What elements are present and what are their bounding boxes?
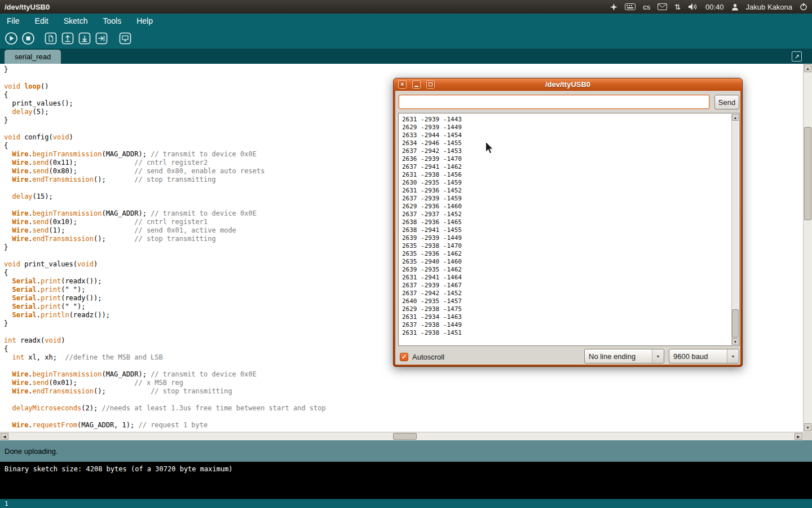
active-window-title: /dev/ttyUSB0 [5,3,50,11]
clock[interactable]: 00:40 [705,3,724,11]
scroll-down-arrow-icon[interactable]: ▼ [732,338,739,345]
keyboard-layout-icon[interactable] [625,3,636,10]
toolbar [0,28,812,49]
horizontal-scrollbar-thumb[interactable] [393,433,417,440]
status-message: Done uploading. [5,447,58,456]
status-bar: Done uploading. [0,440,812,462]
scrollbar-corner [803,432,812,440]
stop-button[interactable] [21,32,35,45]
autoscroll-label: Autoscroll [412,353,444,361]
maximize-icon [429,82,433,86]
serial-scrollbar[interactable]: ▲ ▼ [731,114,739,345]
mouse-cursor [485,141,494,155]
menu-edit[interactable]: Edit [35,16,48,25]
serial-send-input[interactable] [399,95,709,109]
console-output: Binary sketch size: 4208 bytes (of a 307… [0,462,812,499]
verify-button[interactable] [5,32,18,45]
chevron-down-icon: ▼ [652,349,664,363]
volume-icon[interactable] [688,3,698,11]
serial-scrollbar-thumb[interactable] [732,309,739,338]
send-button[interactable]: Send [714,95,739,110]
autoscroll-checkbox[interactable]: ✓ [400,353,408,361]
serial-output: 2631 -2939 -14432629 -2939 -14492633 -29… [399,114,731,345]
menu-sketch[interactable]: Sketch [64,16,88,25]
minimize-icon [414,86,418,87]
system-tray: cs ⇅ 00:40 Jakub Kakona [610,3,807,11]
menu-file[interactable]: File [7,16,20,25]
keyboard-layout-label[interactable]: cs [643,3,650,11]
tab-label: serial_read [15,52,51,61]
line-ending-select[interactable]: No line ending ▼ [584,349,664,364]
close-button[interactable]: × [398,80,407,89]
indicator-applet-icon[interactable] [610,3,617,11]
scroll-up-arrow-icon[interactable]: ▲ [732,114,739,121]
serial-monitor-window: × /dev/ttyUSB0 Send 2631 -2939 -14432629… [393,78,743,367]
close-icon: × [401,82,404,87]
serial-monitor-title: /dev/ttyUSB0 [394,80,742,89]
baud-rate-select[interactable]: 9600 baud ▼ [669,349,739,364]
scroll-up-arrow-icon[interactable]: ▲ [804,64,811,72]
editor-horizontal-scrollbar[interactable]: ◀ ▶ [0,432,803,440]
tab-serial-read[interactable]: serial_read [5,50,61,64]
mail-icon[interactable] [657,3,667,10]
serial-monitor-button[interactable] [118,32,132,45]
minimize-button[interactable] [412,80,421,89]
power-icon[interactable] [800,3,807,11]
upload-button[interactable] [95,32,108,45]
check-icon: ✓ [401,353,407,361]
scroll-left-arrow-icon[interactable]: ◀ [1,433,8,440]
session-user-name[interactable]: Jakub Kakona [746,3,792,11]
serial-monitor-titlebar[interactable]: × /dev/ttyUSB0 [394,78,742,91]
serial-output-area[interactable]: 2631 -2939 -14432629 -2939 -14492633 -29… [398,113,740,346]
current-line-number: 1 [5,500,8,507]
tab-bar: serial_read ↗ [0,49,812,64]
user-icon [731,3,739,11]
line-number-bar: 1 [0,499,812,508]
tab-menu-icon: ↗ [794,53,799,60]
menu-tools[interactable]: Tools [103,16,122,25]
baud-rate-value: 9600 baud [669,352,727,361]
new-sketch-button[interactable] [44,32,58,45]
system-top-bar: /dev/ttyUSB0 cs ⇅ 00:40 Jakub Kakona [0,0,812,14]
console-text: Binary sketch size: 4208 bytes (of a 307… [5,465,233,473]
scroll-right-arrow-icon[interactable]: ▶ [795,433,802,440]
tab-menu-button[interactable]: ↗ [792,51,802,62]
open-sketch-button[interactable] [61,32,74,45]
menu-help[interactable]: Help [136,16,153,25]
save-sketch-button[interactable] [78,32,91,45]
line-ending-value: No line ending [585,352,652,361]
menu-bar: File Edit Sketch Tools Help [0,14,812,28]
editor-vertical-scrollbar[interactable]: ▲ ▼ [803,64,812,432]
scroll-down-arrow-icon[interactable]: ▼ [804,423,811,431]
vertical-scrollbar-thumb[interactable] [804,127,811,220]
maximize-button[interactable] [426,80,435,89]
sync-arrows-icon[interactable]: ⇅ [674,3,681,11]
chevron-down-icon: ▼ [727,349,739,363]
screen: /dev/ttyUSB0 cs ⇅ 00:40 Jakub Kakona [0,0,812,508]
